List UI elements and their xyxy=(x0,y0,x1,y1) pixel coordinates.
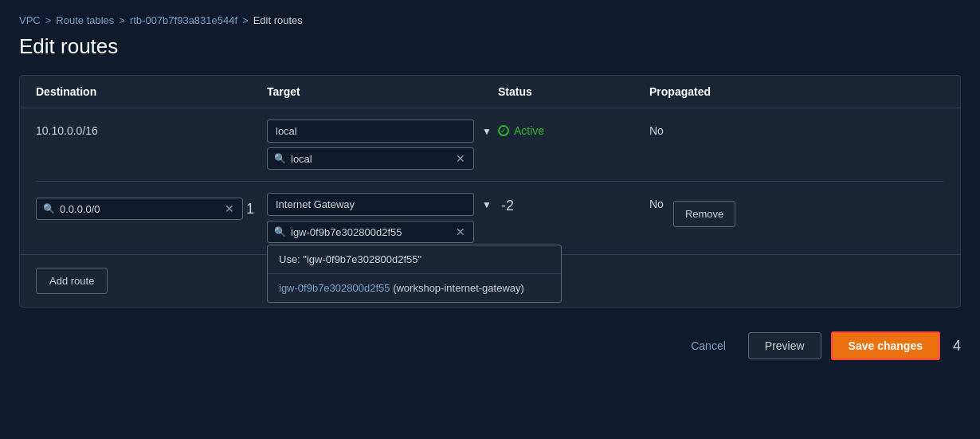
row2-status: -2 xyxy=(498,193,649,214)
igw-dropdown-popup: Use: "igw-0f9b7e302800d2f55" igw-0f9b7e3… xyxy=(267,245,562,303)
row2-target: Internet Gateway ▼ 🔍 ✕ Use: "igw-0f9b7e3… xyxy=(267,193,498,243)
row2-target-search-wrapper: 🔍 ✕ xyxy=(267,221,474,243)
breadcrumb-rtb-id[interactable]: rtb-007b7f93a831e544f xyxy=(130,14,237,26)
breadcrumb-vpc[interactable]: VPC xyxy=(19,14,41,26)
breadcrumb: VPC > Route tables > rtb-007b7f93a831e54… xyxy=(19,14,961,26)
remove-button[interactable]: Remove xyxy=(673,201,735,227)
cancel-button[interactable]: Cancel xyxy=(678,333,739,359)
row2-target-select-wrapper: Internet Gateway ▼ xyxy=(267,193,498,216)
header-propagated: Propagated xyxy=(649,85,944,98)
row1-clear-button[interactable]: ✕ xyxy=(454,152,467,165)
routes-panel: Destination Target Status Propagated 10.… xyxy=(19,75,961,308)
header-status: Status xyxy=(498,85,649,98)
row1-status: Active xyxy=(498,120,649,137)
row1-target-search-input[interactable] xyxy=(291,153,449,165)
row2-target-select[interactable]: Internet Gateway xyxy=(267,193,474,216)
row1-target-search-wrapper: 🔍 ✕ xyxy=(267,147,474,170)
row1-propagated: No xyxy=(649,120,944,137)
header-destination: Destination xyxy=(36,85,267,98)
row2-igw-search-icon: 🔍 xyxy=(274,226,286,237)
dropdown-igw-option[interactable]: igw-0f9b7e302800d2f55 (workshop-internet… xyxy=(268,274,561,302)
preview-button[interactable]: Preview xyxy=(748,332,821,359)
row1-destination: 10.10.0.0/16 xyxy=(36,120,267,137)
row2-target-chevron-icon: ▼ xyxy=(482,199,492,210)
row2-dest-clear-button[interactable]: ✕ xyxy=(223,202,236,215)
step1-label: 1 xyxy=(246,201,254,218)
breadcrumb-sep1: > xyxy=(45,14,52,26)
row1-target-chevron-icon: ▼ xyxy=(482,126,492,137)
dropdown-igw-link[interactable]: igw-0f9b7e302800d2f55 xyxy=(279,282,390,294)
footer-actions: Cancel Preview Save changes 4 xyxy=(19,331,961,360)
table-row: 🔍 ✕ 1 Internet Gateway ▼ xyxy=(36,182,944,254)
row1-target-select[interactable]: local xyxy=(267,120,474,143)
status-active: Active xyxy=(498,124,649,137)
page-title: Edit routes xyxy=(19,34,961,59)
header-target: Target xyxy=(267,85,498,98)
row1-target-select-wrapper: local ▼ xyxy=(267,120,498,143)
row2-target-search-input[interactable] xyxy=(291,226,449,238)
step2-label: -2 xyxy=(501,198,514,214)
add-route-button[interactable]: Add route xyxy=(36,268,108,294)
row2-propagated-remove: No Remove xyxy=(649,193,944,227)
step4-label: 4 xyxy=(953,338,961,355)
row2-destination-input[interactable] xyxy=(60,203,218,215)
row2-dest-input-wrapper: 🔍 ✕ xyxy=(36,198,243,220)
dropdown-use-option[interactable]: Use: "igw-0f9b7e302800d2f55" xyxy=(268,245,561,274)
breadcrumb-current: Edit routes xyxy=(253,14,303,26)
table-body: 10.10.0.0/16 local ▼ 🔍 ✕ xyxy=(20,108,960,254)
save-changes-button[interactable]: Save changes xyxy=(831,331,940,360)
breadcrumb-route-tables[interactable]: Route tables xyxy=(56,14,114,26)
dropdown-igw-suffix: (workshop-internet-gateway) xyxy=(390,282,524,294)
status-active-label: Active xyxy=(514,124,544,137)
row1-target: local ▼ 🔍 ✕ xyxy=(267,120,498,170)
breadcrumb-sep3: > xyxy=(242,14,249,26)
table-header: Destination Target Status Propagated xyxy=(20,76,960,108)
row2-destination-wrapper: 🔍 ✕ 1 xyxy=(36,193,267,220)
row2-igw-clear-button[interactable]: ✕ xyxy=(454,225,467,238)
table-row: 10.10.0.0/16 local ▼ 🔍 ✕ xyxy=(36,108,944,182)
active-status-icon xyxy=(498,125,509,136)
row2-search-icon: 🔍 xyxy=(43,203,55,214)
breadcrumb-sep2: > xyxy=(119,14,125,26)
row2-propagated: No xyxy=(649,198,664,210)
row1-search-icon: 🔍 xyxy=(274,153,286,164)
